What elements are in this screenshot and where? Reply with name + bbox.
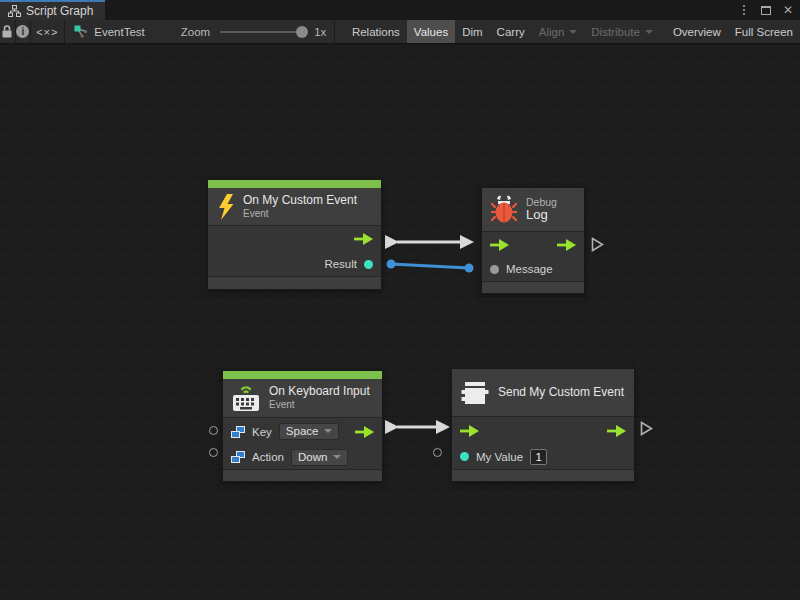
node-header[interactable]: On Keyboard Input Event xyxy=(223,379,382,418)
message-input-port[interactable] xyxy=(490,265,499,274)
lock-button[interactable] xyxy=(0,20,15,43)
exec-out-triangle[interactable] xyxy=(591,237,604,252)
node-on-keyboard-input[interactable]: On Keyboard Input Event Key Space Action xyxy=(222,370,383,482)
distribute-button[interactable]: Distribute xyxy=(584,20,660,43)
port-label-my-value: My Value xyxy=(476,451,523,463)
toolbar-separator xyxy=(334,20,335,43)
port-label-message: Message xyxy=(506,263,553,275)
info-icon: i xyxy=(16,25,29,38)
overview-button[interactable]: Overview xyxy=(666,20,728,43)
exec-input-port[interactable] xyxy=(490,239,509,251)
node-footer xyxy=(208,276,381,289)
port-label-key: Key xyxy=(252,426,272,438)
wire-value-result-to-message[interactable] xyxy=(387,260,474,273)
lightning-bolt-icon xyxy=(217,194,234,220)
my-value-input[interactable]: 1 xyxy=(530,449,547,465)
exec-input-port[interactable] xyxy=(460,425,479,437)
wireless-keyboard-icon xyxy=(232,383,260,413)
code-view-button[interactable]: <×> xyxy=(31,20,64,43)
code-icon: <×> xyxy=(36,26,58,38)
node-header[interactable]: Debug Log xyxy=(482,188,584,232)
window-menu-icon[interactable] xyxy=(736,2,752,18)
toolbar-buttons: Relations Values Dim Carry Align Distrib… xyxy=(345,20,800,43)
lock-icon xyxy=(1,25,13,38)
tab-bar: Script Graph ✕ xyxy=(0,0,800,20)
dim-button[interactable]: Dim xyxy=(455,20,489,43)
port-label-action: Action xyxy=(252,451,284,463)
connection-wires xyxy=(0,45,800,600)
zoom-slider-handle[interactable] xyxy=(296,26,308,38)
chevron-down-icon xyxy=(645,30,653,34)
tab-script-graph[interactable]: Script Graph xyxy=(0,0,105,20)
node-title: Send My Custom Event xyxy=(498,386,624,400)
maximize-icon[interactable] xyxy=(758,2,774,18)
exec-out-triangle[interactable] xyxy=(640,421,653,436)
result-output-port[interactable] xyxy=(364,260,373,269)
close-icon[interactable]: ✕ xyxy=(780,2,796,18)
node-header[interactable]: Send My Custom Event xyxy=(452,369,634,417)
carry-button[interactable]: Carry xyxy=(490,20,532,43)
relations-button[interactable]: Relations xyxy=(345,20,407,43)
exec-output-port[interactable] xyxy=(607,425,626,437)
node-footer xyxy=(223,469,382,481)
zoom-slider[interactable] xyxy=(220,26,308,38)
node-title: On Keyboard Input xyxy=(269,385,370,399)
values-button[interactable]: Values xyxy=(407,20,455,43)
event-machine-icon xyxy=(461,379,489,407)
chevron-down-icon xyxy=(324,429,332,433)
exec-output-port[interactable] xyxy=(354,233,373,245)
enum-type-icon xyxy=(231,451,245,463)
window-controls: ✕ xyxy=(736,0,796,20)
wire-exec-custom-event-to-log[interactable] xyxy=(385,235,474,249)
fullscreen-button[interactable]: Full Screen xyxy=(728,20,800,43)
key-port-ring[interactable] xyxy=(209,426,218,435)
graph-asset-icon xyxy=(74,25,88,38)
zoom-control: Zoom 1x xyxy=(181,26,327,38)
graph-hierarchy-icon xyxy=(8,5,21,17)
zoom-label: Zoom xyxy=(181,26,210,38)
action-port-ring[interactable] xyxy=(209,448,218,457)
zoom-value: 1x xyxy=(314,26,326,38)
graph-canvas[interactable]: On My Custom Event Event Result xyxy=(0,45,800,600)
node-send-my-custom-event[interactable]: Send My Custom Event My Value 1 xyxy=(451,368,635,482)
node-title: Log xyxy=(526,208,557,223)
event-strip xyxy=(208,180,381,188)
node-subtitle: Event xyxy=(243,208,357,220)
graph-breadcrumb[interactable]: EventTest xyxy=(64,25,155,38)
port-label-result: Result xyxy=(324,258,357,270)
node-on-my-custom-event[interactable]: On My Custom Event Event Result xyxy=(207,179,382,290)
exec-output-port[interactable] xyxy=(557,239,576,251)
node-footer xyxy=(452,469,634,481)
event-strip xyxy=(223,371,382,379)
graph-toolbar: i <×> EventTest Zoom 1x Relations Values… xyxy=(0,20,800,44)
node-footer xyxy=(482,281,584,293)
exec-output-port[interactable] xyxy=(355,426,374,438)
align-button[interactable]: Align xyxy=(532,20,585,43)
tab-title: Script Graph xyxy=(26,4,93,18)
zoom-slider-track xyxy=(220,31,308,33)
chevron-down-icon xyxy=(333,455,341,459)
node-title: On My Custom Event xyxy=(243,194,357,208)
my-value-port-ring[interactable] xyxy=(433,448,442,457)
node-header[interactable]: On My Custom Event Event xyxy=(208,188,381,226)
graph-name: EventTest xyxy=(94,26,145,38)
wire-exec-keyboard-to-send[interactable] xyxy=(385,420,450,434)
enum-type-icon xyxy=(231,426,245,438)
node-debug-log[interactable]: Debug Log Message xyxy=(481,187,585,294)
action-dropdown[interactable]: Down xyxy=(291,449,348,466)
node-subtitle: Event xyxy=(269,399,370,411)
my-value-input-port[interactable] xyxy=(460,452,469,461)
key-dropdown[interactable]: Space xyxy=(279,423,340,440)
info-button[interactable]: i xyxy=(15,20,30,43)
chevron-down-icon xyxy=(569,30,577,34)
bug-icon xyxy=(491,195,517,225)
